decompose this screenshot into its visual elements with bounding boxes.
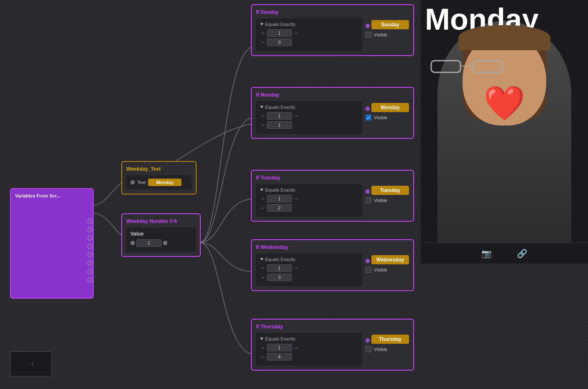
arrow-tuesday-3: → (260, 205, 265, 211)
vars-port-6[interactable] (87, 260, 93, 266)
output-badge-thursday: Thursday (371, 335, 409, 344)
preview-panel: Monday ❤️ 📷 🔗 (421, 0, 588, 264)
arrow-monday-1: → (260, 113, 265, 119)
svg-rect-1 (473, 61, 502, 72)
vars-port-2[interactable] (87, 227, 93, 233)
weekday-num-node: Weekday Number 0-6 Value 1 (121, 213, 201, 257)
input1-thursday[interactable]: 1 (267, 344, 292, 351)
arrow-monday-3: → (260, 122, 265, 128)
output-section-sunday: Sunday Visible (366, 18, 409, 38)
output-port-wednesday[interactable] (366, 259, 370, 263)
if-node-thursday: If Thursday Equals Exactly → 1 → → 4 (251, 319, 414, 371)
input2-tuesday[interactable]: 2 (267, 204, 292, 212)
person-cap (458, 25, 550, 50)
visible-checkbox-sunday[interactable] (366, 32, 371, 38)
vars-port-3[interactable] (87, 235, 93, 241)
weekday-text-title: Weekday_Text (126, 166, 192, 172)
weekday-num-port[interactable] (130, 241, 135, 245)
input2-monday[interactable]: 1 (267, 121, 292, 129)
input1-tuesday[interactable]: 1 (267, 195, 292, 202)
visible-checkbox-tuesday[interactable] (366, 197, 371, 203)
if-node-tuesday: If Tuesday Equals Exactly → 1 → → 2 (251, 170, 414, 222)
input1-sunday[interactable]: 1 (267, 29, 292, 37)
output-section-tuesday: Tuesday Visible (366, 184, 409, 203)
if-node-title-thursday: If Thursday (256, 324, 409, 330)
if-node-title-tuesday: If Tuesday (256, 175, 409, 181)
weekday-num-out-port[interactable] (163, 241, 167, 245)
weekday-text-value[interactable]: Monday (148, 179, 182, 186)
output-section-wednesday: Wednesday Visible (366, 253, 409, 273)
share-icon[interactable]: 🔗 (517, 248, 527, 258)
output-badge-monday: Monday (371, 103, 409, 112)
output-section-monday: Monday ✓ Visible (366, 101, 409, 120)
arrow-sunday-2: → (294, 30, 299, 36)
arrow-wednesday-2: → (294, 265, 299, 271)
weekday-text-port[interactable] (130, 180, 135, 184)
eq-label-tuesday: Equals Exactly (260, 187, 358, 192)
visible-label-wednesday: Visible (374, 267, 387, 272)
visible-row-thursday: Visible (366, 346, 409, 352)
output-badge-tuesday: Tuesday (371, 186, 409, 195)
arrow-tuesday-1: → (260, 196, 265, 202)
camera-icon[interactable]: 📷 (481, 248, 492, 258)
visible-label-monday: Visible (374, 115, 387, 120)
visible-label-tuesday: Visible (374, 198, 387, 203)
triangle-wednesday (260, 258, 263, 261)
output-port-sunday[interactable] (366, 24, 370, 28)
arrow-sunday-1: → (260, 30, 265, 36)
output-badge-sunday: Sunday (371, 20, 409, 29)
output-port-monday[interactable] (366, 107, 370, 111)
triangle-sunday (260, 23, 263, 26)
weekday-text-node: Weekday_Text Text Monday (121, 161, 197, 194)
if-node-wednesday: If Wednesday Equals Exactly → 1 → → 3 (251, 239, 414, 291)
person-glasses (429, 59, 504, 75)
heart-emoji: ❤️ (483, 84, 525, 123)
arrow-thursday-1: → (260, 345, 265, 351)
eq-label-monday: Equals Exactly (260, 105, 358, 110)
visible-label-thursday: Visible (374, 347, 387, 352)
input2-wednesday[interactable]: 3 (267, 274, 292, 281)
arrow-tuesday-2: → (294, 196, 299, 202)
arrow-wednesday-3: → (260, 274, 265, 280)
eq-label-wednesday: Equals Exactly (260, 257, 358, 262)
weekday-num-value-label: Value (130, 231, 192, 237)
visible-row-tuesday: Visible (366, 197, 409, 203)
if-node-title-wednesday: If Wednesday (256, 244, 409, 250)
eq-label-thursday: Equals Exactly (260, 336, 358, 341)
visible-row-sunday: Visible (366, 32, 409, 38)
svg-rect-0 (431, 61, 460, 72)
if-node-title-monday: If Monday (256, 92, 409, 98)
input1-monday[interactable]: 1 (267, 112, 292, 120)
vars-node-title: Variables From Scr... (15, 193, 89, 198)
vars-port-5[interactable] (87, 252, 93, 258)
visible-row-wednesday: Visible (366, 267, 409, 273)
eq-label-sunday: Equals Exactly (260, 22, 358, 27)
arrow-thursday-3: → (260, 354, 265, 360)
input1-wednesday[interactable]: 1 (267, 264, 292, 272)
arrow-sunday-3: → (260, 39, 265, 45)
arrow-wednesday-1: → (260, 265, 265, 271)
vars-port-7[interactable] (87, 269, 93, 274)
if-node-sunday: If Sunday Equals Exactly → 1 → → 0 (251, 4, 414, 56)
if-node-title-sunday: If Sunday (256, 9, 409, 15)
mini-preview-text: ·· | (29, 362, 33, 366)
output-badge-wednesday: Wednesday (371, 255, 409, 264)
weekday-text-label: Text (137, 180, 146, 185)
panel-toolbar: 📷 🔗 (421, 243, 588, 264)
visible-checkbox-monday[interactable]: ✓ (366, 115, 371, 120)
vars-ports (87, 218, 93, 283)
input2-thursday[interactable]: 4 (267, 353, 292, 361)
visible-checkbox-wednesday[interactable] (366, 267, 371, 273)
vars-port-8[interactable] (87, 277, 93, 283)
triangle-tuesday (260, 189, 263, 191)
output-port-tuesday[interactable] (366, 189, 370, 194)
vars-port-4[interactable] (87, 243, 93, 249)
triangle-thursday (260, 338, 263, 340)
output-port-thursday[interactable] (366, 338, 370, 343)
visible-checkbox-thursday[interactable] (366, 346, 371, 352)
arrow-monday-2: → (294, 113, 299, 119)
vars-port-1[interactable] (87, 218, 93, 224)
weekday-num-value[interactable]: 1 (136, 239, 161, 247)
arrow-thursday-2: → (294, 345, 299, 351)
input2-sunday[interactable]: 0 (267, 38, 292, 46)
